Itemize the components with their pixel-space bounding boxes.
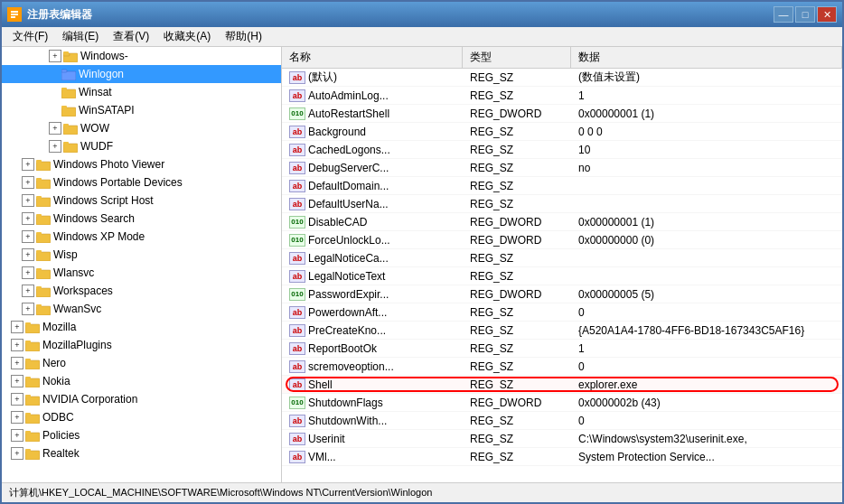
expand-button[interactable]: + xyxy=(49,122,61,135)
table-row[interactable]: ab scremoveoption... REG_SZ 0 xyxy=(282,358,842,376)
table-row[interactable]: 010 DisableCAD REG_DWORD 0x00000001 (1) xyxy=(282,213,842,231)
expand-button[interactable]: + xyxy=(11,411,23,424)
expand-button[interactable]: + xyxy=(22,176,34,189)
expand-button[interactable]: + xyxy=(22,194,34,207)
table-row[interactable]: ab ShutdownWith... REG_SZ 0 xyxy=(282,412,842,430)
expand-button[interactable]: + xyxy=(22,266,34,279)
table-row[interactable]: ab Userinit REG_SZ C:\Windows\system32\u… xyxy=(282,430,842,448)
svg-rect-42 xyxy=(25,377,31,379)
table-row[interactable]: ab (默认) REG_SZ (数值未设置) xyxy=(282,69,842,87)
tree-panel[interactable]: + Windows- Winlogon Winsa xyxy=(2,47,282,482)
menu-view[interactable]: 查看(V) xyxy=(106,27,156,46)
status-text: 计算机\HKEY_LOCAL_MACHINE\SOFTWARE\Microsof… xyxy=(9,486,432,499)
table-body: ab (默认) REG_SZ (数值未设置) ab AutoAdminLog..… xyxy=(282,69,842,482)
table-row[interactable]: ab VMl... REG_SZ System Protection Servi… xyxy=(282,448,842,466)
table-row[interactable]: ab LegalNoticeText REG_SZ xyxy=(282,267,842,285)
expand-button[interactable]: + xyxy=(22,303,34,315)
expand-button[interactable]: + xyxy=(22,212,34,225)
tree-item[interactable]: + Policies xyxy=(2,426,281,444)
menu-edit[interactable]: 编辑(E) xyxy=(55,27,106,46)
tree-item-label: WinSATAPI xyxy=(79,104,135,117)
table-row[interactable]: 010 AutoRestartShell REG_DWORD 0x0000000… xyxy=(282,105,842,123)
table-row[interactable]: ab PreCreateKno... REG_SZ {A520A1A4-1780… xyxy=(282,322,842,340)
menu-help[interactable]: 帮助(H) xyxy=(218,27,269,46)
folder-icon xyxy=(36,248,51,261)
svg-rect-24 xyxy=(36,214,42,217)
table-row-background[interactable]: ab Background REG_SZ 0 0 0 xyxy=(282,123,842,141)
tree-item-label: Nokia xyxy=(42,375,70,387)
tree-item-win-search[interactable]: + Windows Search xyxy=(2,210,281,228)
expand-button[interactable]: + xyxy=(22,158,34,171)
svg-rect-6 xyxy=(63,51,69,54)
folder-icon xyxy=(61,86,76,98)
svg-rect-13 xyxy=(63,126,78,135)
maximize-button[interactable]: □ xyxy=(795,6,815,23)
tree-item-winlogon[interactable]: Winlogon xyxy=(2,65,281,83)
tree-item[interactable]: Winsat xyxy=(2,83,281,101)
tree-item[interactable]: + ODBC xyxy=(2,408,281,426)
table-row[interactable]: 010 ForceUnlockLo... REG_DWORD 0x0000000… xyxy=(282,231,842,249)
table-row[interactable]: 010 PasswordExpir... REG_DWORD 0x0000000… xyxy=(282,285,842,303)
expand-button[interactable]: + xyxy=(11,321,23,333)
svg-rect-40 xyxy=(25,359,31,361)
tree-item[interactable]: + Windows Photo Viewer xyxy=(2,155,281,173)
expand-button[interactable]: + xyxy=(11,429,23,442)
column-header-data[interactable]: 数据 xyxy=(571,47,842,68)
menu-favorites[interactable]: 收藏夹(A) xyxy=(156,27,218,46)
expand-button[interactable]: + xyxy=(11,357,23,369)
expand-button[interactable]: + xyxy=(22,248,34,261)
tree-item[interactable]: + Workspaces xyxy=(2,282,281,300)
tree-item-label: Nero xyxy=(42,357,66,369)
tree-item-label: NVIDIA Corporation xyxy=(42,393,137,406)
expand-button[interactable]: + xyxy=(49,140,61,153)
cell-type: REG_DWORD xyxy=(463,107,571,120)
tree-item[interactable]: + Wisp xyxy=(2,246,281,264)
minimize-button[interactable]: — xyxy=(774,6,793,23)
expand-button[interactable]: + xyxy=(22,285,34,297)
folder-icon xyxy=(63,140,78,153)
close-button[interactable]: ✕ xyxy=(817,6,837,23)
table-row[interactable]: ab AutoAdminLog... REG_SZ 1 xyxy=(282,87,842,105)
column-header-name[interactable]: 名称 xyxy=(282,47,463,68)
expand-button[interactable]: + xyxy=(11,447,23,460)
table-row[interactable]: ab CachedLogons... REG_SZ 10 xyxy=(282,141,842,159)
table-row[interactable]: ab PowerdownAft... REG_SZ 0 xyxy=(282,303,842,322)
cell-name: ab DefaultUserNa... xyxy=(282,198,463,210)
tree-item[interactable]: + Nokia xyxy=(2,372,281,390)
table-row[interactable]: 010 ShutdownFlags REG_DWORD 0x0000002b (… xyxy=(282,394,842,412)
cell-type: REG_SZ xyxy=(463,342,571,355)
expand-button[interactable]: + xyxy=(49,50,61,62)
table-row[interactable]: ab DebugServerC... REG_SZ no xyxy=(282,159,842,177)
tree-item[interactable]: + Nero xyxy=(2,354,281,372)
tree-item[interactable]: + Windows- xyxy=(2,47,281,65)
table-row[interactable]: ab ReportBootOk REG_SZ 1 xyxy=(282,340,842,358)
expand-button[interactable]: + xyxy=(22,230,34,243)
tree-item[interactable]: + WUDF xyxy=(2,137,281,155)
cell-name: 010 PasswordExpir... xyxy=(282,288,463,301)
cell-name: ab VMl... xyxy=(282,451,463,463)
tree-item[interactable]: + Wlansvc xyxy=(2,264,281,282)
tree-item[interactable]: + Mozilla xyxy=(2,318,281,336)
column-header-type[interactable]: 类型 xyxy=(463,47,571,68)
expand-button[interactable]: + xyxy=(11,375,23,387)
tree-item-win-script-host[interactable]: + Windows Script Host xyxy=(2,191,281,210)
tree-item-win-portable-devices[interactable]: + Windows Portable Devices xyxy=(2,173,281,191)
cell-data: 1 xyxy=(571,342,842,355)
table-row[interactable]: ab DefaultDomain... REG_SZ xyxy=(282,177,842,195)
table-row[interactable]: ab LegalNoticeCa... REG_SZ xyxy=(282,249,842,267)
tree-item[interactable]: + MozillaPlugins xyxy=(2,336,281,354)
cell-type: REG_SZ xyxy=(463,451,571,463)
table-row[interactable]: ab DefaultUserNa... REG_SZ xyxy=(282,195,842,213)
table-row-shell[interactable]: ab Shell REG_SZ explorer.exe xyxy=(282,376,842,394)
svg-rect-48 xyxy=(25,431,31,434)
tree-item[interactable]: + Windows XP Mode xyxy=(2,228,281,246)
tree-item[interactable]: WinSATAPI xyxy=(2,101,281,119)
tree-item[interactable]: + Realtek xyxy=(2,444,281,462)
expand-button[interactable]: + xyxy=(11,339,23,351)
tree-item[interactable]: + NVIDIA Corporation xyxy=(2,390,281,408)
tree-item[interactable]: + WwanSvc xyxy=(2,300,281,318)
menu-file[interactable]: 文件(F) xyxy=(5,27,55,46)
expand-button[interactable]: + xyxy=(11,393,23,406)
folder-icon xyxy=(36,285,51,297)
tree-item[interactable]: + WOW xyxy=(2,119,281,137)
